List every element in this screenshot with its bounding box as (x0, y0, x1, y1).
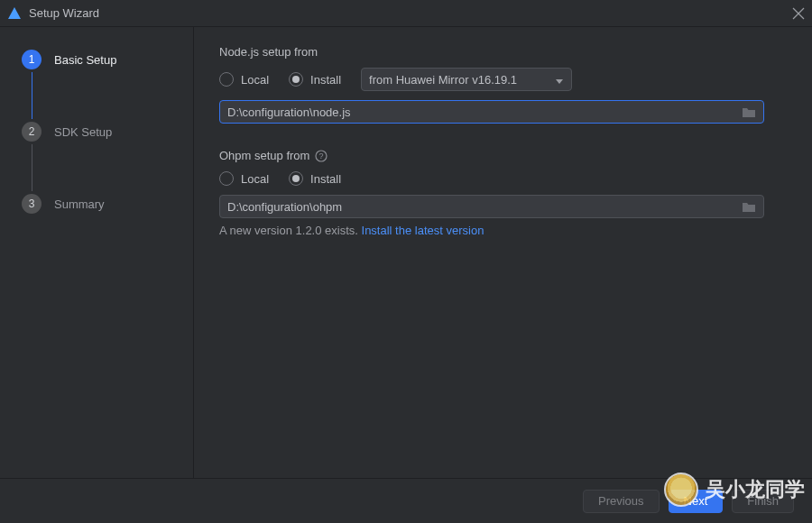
finish-button[interactable]: Finish (732, 490, 794, 513)
radio-label: Local (241, 172, 269, 186)
step-label: SDK Setup (54, 125, 112, 139)
ohpm-version-status: A new version 1.2.0 exists. Install the … (219, 224, 787, 237)
radio-label: Install (310, 73, 341, 87)
install-latest-link[interactable]: Install the latest version (362, 224, 484, 237)
wizard-content: Node.js setup from Local Install from Hu… (194, 27, 812, 478)
step-label: Summary (54, 197, 105, 211)
svg-marker-3 (556, 79, 563, 84)
svg-marker-0 (8, 7, 21, 19)
window-title: Setup Wizard (29, 6, 792, 20)
nodejs-mirror-select[interactable]: from Huawei Mirror v16.19.1 (361, 68, 572, 91)
radio-label: Install (310, 172, 341, 186)
step-number: 3 (22, 194, 42, 214)
help-icon[interactable]: ? (315, 150, 328, 162)
wizard-sidebar: 1 Basic Setup 2 SDK Setup 3 Summary (0, 27, 194, 478)
ohpm-section-label: Ohpm setup from ? (219, 149, 787, 162)
titlebar: Setup Wizard (0, 0, 812, 27)
ohpm-source-row: Local Install (219, 171, 787, 186)
ohpm-install-radio[interactable]: Install (289, 171, 341, 186)
nodejs-path-field[interactable]: D:\configuration\node.js (219, 100, 764, 124)
nodejs-source-row: Local Install from Huawei Mirror v16.19.… (219, 68, 787, 91)
nodejs-section-label: Node.js setup from (219, 45, 787, 59)
version-status-text: A new version 1.2.0 exists. (219, 224, 362, 237)
close-icon[interactable] (792, 7, 805, 20)
radio-label: Local (241, 73, 269, 87)
path-value: D:\configuration\node.js (227, 106, 351, 119)
app-logo-icon (7, 6, 22, 21)
select-value: from Huawei Mirror v16.19.1 (369, 73, 517, 87)
step-connector (32, 72, 32, 119)
svg-text:?: ? (319, 151, 324, 161)
next-button[interactable]: Next (669, 490, 724, 513)
folder-icon[interactable] (742, 106, 756, 118)
ohpm-local-radio[interactable]: Local (219, 171, 269, 186)
radio-icon (289, 171, 303, 186)
sidebar-step-summary[interactable]: 3 Summary (22, 191, 193, 216)
step-connector (32, 144, 32, 191)
path-value: D:\configuration\ohpm (227, 200, 342, 214)
sidebar-step-sdk-setup[interactable]: 2 SDK Setup (22, 119, 193, 144)
step-number: 2 (22, 122, 42, 142)
radio-icon (219, 72, 234, 87)
step-label: Basic Setup (54, 53, 116, 67)
ohpm-path-field[interactable]: D:\configuration\ohpm (219, 195, 764, 218)
wizard-footer: Previous Next Finish 吴小龙同学 (0, 478, 812, 523)
radio-icon (219, 171, 234, 186)
nodejs-local-radio[interactable]: Local (219, 72, 269, 87)
previous-button[interactable]: Previous (583, 490, 660, 513)
chevron-down-icon (555, 75, 564, 84)
folder-icon[interactable] (742, 200, 756, 213)
sidebar-step-basic-setup[interactable]: 1 Basic Setup (22, 47, 193, 72)
ohpm-section-text: Ohpm setup from (219, 149, 309, 162)
radio-icon (289, 72, 303, 87)
nodejs-install-radio[interactable]: Install (289, 72, 341, 87)
step-number: 1 (22, 50, 42, 69)
